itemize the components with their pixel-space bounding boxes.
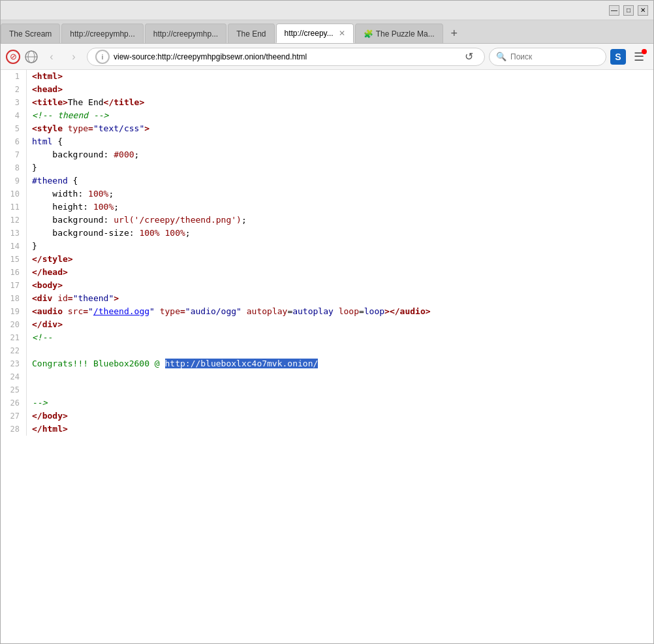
source-line: 19 <audio src="/theend.ogg" type="audio/…: [1, 305, 653, 318]
title-bar: — □ ✕: [1, 1, 653, 20]
search-bar[interactable]: 🔍: [489, 48, 606, 66]
tab-the-end[interactable]: The End: [228, 24, 274, 43]
source-line: 5 <style type="text/css">: [1, 122, 653, 135]
source-line: 24: [1, 370, 653, 383]
source-line: 2 <head>: [1, 83, 653, 96]
source-lines: 1 <html> 2 <head> 3 <title>The End</titl…: [1, 70, 653, 436]
source-line: 14 }: [1, 240, 653, 253]
source-line: 12 background: url('/creepy/theend.png')…: [1, 214, 653, 227]
browser-window: — □ ✕ The Scream http://creepymhp... htt…: [0, 0, 654, 644]
tab-label: The End: [236, 29, 266, 39]
tab-label: The Puzzle Ma...: [376, 29, 435, 39]
tab-label: http://creepy...: [285, 29, 334, 38]
source-line: 4 <!-- theend -->: [1, 109, 653, 122]
world-icon: [24, 50, 39, 64]
source-line: 16 </head>: [1, 266, 653, 279]
search-input[interactable]: [510, 52, 608, 61]
tab-creepymhp-1[interactable]: http://creepymhp...: [61, 24, 143, 43]
new-tab-button[interactable]: +: [444, 24, 464, 43]
source-line: 3 <title>The End</title>: [1, 96, 653, 109]
source-line: 1 <html>: [1, 70, 653, 83]
source-line: 11 height: 100%;: [1, 201, 653, 214]
source-line: 20 </div>: [1, 318, 653, 331]
browser-logo: S: [610, 49, 626, 65]
tab-label: The Scream: [9, 29, 52, 39]
source-line: 21 <!--: [1, 331, 653, 344]
refresh-button[interactable]: ↺: [461, 49, 476, 65]
address-bar[interactable]: i ↺: [87, 48, 485, 66]
menu-badge: [642, 49, 647, 54]
source-line: 8 }: [1, 161, 653, 174]
tab-label: http://creepymhp...: [153, 29, 218, 39]
source-line: 9 #theend {: [1, 174, 653, 187]
info-icon[interactable]: i: [95, 50, 110, 64]
tab-close-icon[interactable]: ✕: [339, 29, 345, 38]
source-line: 23 Congrats!!! Bluebox2600 @ http://blue…: [1, 357, 653, 370]
tab-puzzle[interactable]: 🧩 The Puzzle Ma...: [355, 24, 443, 43]
source-line: 26 -->: [1, 396, 653, 410]
source-line: 27 </body>: [1, 410, 653, 423]
puzzle-icon: 🧩: [364, 29, 373, 39]
tab-the-scream[interactable]: The Scream: [1, 24, 60, 43]
source-line: 22: [1, 344, 653, 357]
minimize-button[interactable]: —: [609, 5, 619, 16]
back-button[interactable]: ‹: [42, 48, 61, 66]
source-line: 13 background-size: 100% 100%;: [1, 227, 653, 240]
tabs-bar: The Scream http://creepymhp... http://cr…: [1, 20, 653, 44]
forward-button[interactable]: ›: [65, 48, 83, 66]
source-line: 25: [1, 383, 653, 396]
source-view: 1 <html> 2 <head> 3 <title>The End</titl…: [1, 70, 653, 643]
search-icon: 🔍: [496, 52, 506, 61]
address-input[interactable]: [114, 52, 461, 61]
nav-bar: ⊘ ‹ › i ↺ 🔍 S ☰: [1, 44, 653, 70]
source-line: 10 width: 100%;: [1, 187, 653, 201]
source-line: 6 html {: [1, 135, 653, 148]
maximize-button[interactable]: □: [623, 5, 634, 16]
tab-creepymhp-2[interactable]: http://creepymhp...: [145, 24, 226, 43]
menu-button[interactable]: ☰: [630, 48, 648, 66]
security-icon: ⊘: [6, 50, 20, 64]
source-line: 15 </style>: [1, 253, 653, 266]
source-line: 18 <div id="theend">: [1, 292, 653, 305]
source-line: 7 background: #000;: [1, 148, 653, 161]
source-line: 28 </html>: [1, 423, 653, 436]
close-button[interactable]: ✕: [638, 5, 648, 16]
tab-creepy-active[interactable]: http://creepy... ✕: [276, 24, 354, 43]
source-line: 17 <body>: [1, 279, 653, 292]
tab-label: http://creepymhp...: [70, 29, 134, 39]
